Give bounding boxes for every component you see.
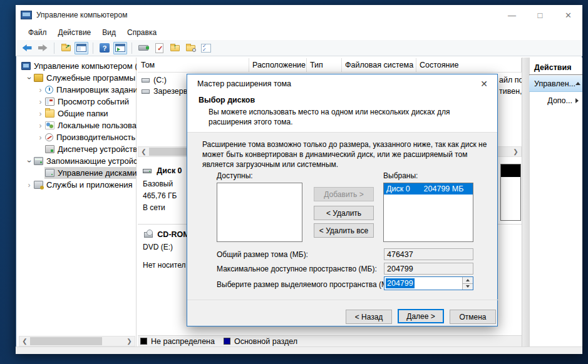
close-button[interactable]: ✕: [554, 5, 582, 25]
tree-item-device-manager[interactable]: Диспетчер устройств: [18, 143, 137, 155]
chevron-right-icon[interactable]: ›: [36, 109, 44, 118]
window-title: Управление компьютером: [36, 11, 127, 19]
action-pane-toggle-icon[interactable]: [113, 42, 127, 54]
tree-item-event-viewer[interactable]: › Просмотр событий: [18, 96, 137, 108]
menu-view[interactable]: Вид: [96, 26, 121, 39]
volume-row-reserved[interactable]: Зарезерви: [142, 86, 192, 97]
spinner-down-icon[interactable]: [463, 283, 473, 290]
chevron-right-icon[interactable]: ›: [36, 86, 44, 94]
chevron-right-icon[interactable]: ›: [36, 121, 44, 130]
available-label: Доступны:: [217, 171, 253, 180]
column-header-status[interactable]: Состояние: [416, 58, 522, 73]
toolbar-separator: [93, 43, 93, 54]
actions-group-more[interactable]: Допо...: [529, 93, 582, 108]
selected-disk-item[interactable]: Диск 0 204799 МБ: [384, 183, 473, 195]
extend-volume-wizard-dialog: Мастер расширения тома ✕ Выбор дисков Вы…: [187, 74, 498, 326]
vertical-scrollbar[interactable]: [522, 58, 529, 346]
tree-item-local-users[interactable]: › Локальные пользовате: [18, 119, 137, 131]
dialog-heading: Выбор дисков: [199, 96, 255, 104]
dialog-close-icon[interactable]: ✕: [477, 78, 491, 90]
back-button[interactable]: < Назад: [346, 310, 392, 324]
users-icon: [45, 121, 54, 129]
unallocated-color-band: [501, 164, 520, 177]
column-header-layout[interactable]: Расположение: [249, 58, 307, 73]
disk0-header[interactable]: Диск 0: [143, 166, 182, 175]
tree-item-services-apps[interactable]: › Службы и приложения: [18, 179, 137, 191]
task-scheduler-icon: [45, 86, 53, 94]
scroll-right-icon[interactable]: ❯: [510, 147, 521, 156]
tree-item-system-tools[interactable]: › Служебные программы: [18, 72, 137, 84]
console-tree-toggle-icon[interactable]: [75, 42, 88, 54]
column-header-volume[interactable]: Том: [138, 58, 249, 73]
menu-bar: Файл Действие Вид Справка: [16, 25, 582, 40]
remove-button[interactable]: < Удалить: [314, 206, 374, 220]
selected-disks-listbox[interactable]: Диск 0 204799 МБ: [383, 183, 473, 242]
forward-icon[interactable]: [36, 42, 49, 54]
size-input[interactable]: 204799: [384, 276, 473, 290]
scrollbar-thumb[interactable]: [30, 337, 102, 345]
volume-row-c[interactable]: (C:): [142, 74, 167, 86]
add-button[interactable]: Добавить >: [314, 187, 374, 201]
volume-icon: [142, 89, 150, 94]
rescan-disks-icon[interactable]: [137, 42, 150, 54]
total-size-label: Общий размер тома (МБ):: [217, 250, 308, 259]
up-folder-icon[interactable]: ↗: [59, 42, 73, 54]
max-space-label: Максимальное доступное пространство (МБ)…: [217, 265, 377, 273]
unallocated-partition-block[interactable]: [500, 164, 521, 221]
scroll-left-icon[interactable]: ❮: [138, 147, 149, 156]
cdrom-header[interactable]: CD-ROM: [144, 230, 190, 239]
dialog-titlebar[interactable]: Мастер расширения тома: [187, 74, 497, 93]
cancel-button[interactable]: Отмена: [450, 310, 496, 324]
tree-item-computer-management[interactable]: Управление компьютером (л: [18, 60, 137, 72]
cdrom-media: Нет носител: [143, 261, 185, 270]
chevron-down-icon[interactable]: ›: [25, 74, 34, 82]
maximize-button[interactable]: □: [526, 5, 554, 25]
spinner-up-icon[interactable]: [463, 277, 473, 283]
status-text-clipped: тивен,: [499, 87, 522, 96]
tree-item-task-scheduler[interactable]: › Планировщик заданий: [18, 84, 137, 96]
remove-all-button[interactable]: < Удалить все: [314, 223, 374, 238]
folder-up-icon[interactable]: ↑: [168, 42, 182, 54]
next-button[interactable]: Далее >: [398, 309, 444, 323]
dialog-separator: [187, 300, 498, 300]
chevron-down-icon[interactable]: ›: [25, 157, 34, 165]
disk-icon: [143, 169, 152, 173]
tree-item-disk-management[interactable]: Управление дисками: [18, 167, 137, 179]
menu-file[interactable]: Файл: [23, 26, 53, 39]
actions-group-disk-management[interactable]: Управлен...: [529, 76, 582, 92]
scroll-left-icon[interactable]: ❮: [19, 336, 30, 346]
available-disks-listbox[interactable]: [217, 183, 302, 242]
storage-icon: [34, 157, 43, 165]
event-viewer-icon: [45, 98, 54, 106]
minimize-button[interactable]: —: [498, 5, 526, 25]
tree-item-shared-folders[interactable]: › Общие папки: [18, 108, 137, 119]
dialog-subtitle: Вы можете использовать место на одном ил…: [209, 107, 487, 127]
check-document-icon[interactable]: [152, 42, 166, 54]
shared-folders-icon: [45, 109, 54, 118]
computer-icon: [21, 62, 31, 70]
toolbar-separator: [132, 43, 132, 54]
checklist-icon[interactable]: ✓✓: [199, 42, 213, 54]
collapse-icon[interactable]: [575, 82, 580, 85]
menu-action[interactable]: Действие: [53, 26, 97, 39]
tree-item-storage[interactable]: › Запоминающие устройст: [18, 155, 137, 167]
column-header-filesystem[interactable]: Файловая система: [342, 58, 416, 73]
dialog-title: Мастер расширения тома: [197, 79, 291, 88]
folder-search-icon[interactable]: [183, 42, 197, 54]
scroll-right-icon[interactable]: ❯: [124, 336, 135, 346]
tree-item-performance[interactable]: › Производительность: [18, 131, 137, 143]
back-icon[interactable]: [20, 42, 34, 54]
tree-horizontal-scrollbar[interactable]: ❮ ❯: [19, 336, 135, 346]
window-titlebar[interactable]: Управление компьютером — □ ✕: [16, 5, 582, 25]
cdrom-icon: [144, 232, 153, 238]
chevron-right-icon[interactable]: ›: [36, 133, 44, 142]
menu-help[interactable]: Справка: [121, 26, 162, 39]
column-header-type[interactable]: Тип: [307, 58, 342, 73]
desktop: Управление компьютером — □ ✕ Файл Действ…: [0, 0, 588, 364]
help-icon[interactable]: ?: [98, 42, 111, 54]
total-size-value: 476437: [384, 248, 473, 260]
chevron-right-icon[interactable]: ›: [36, 98, 44, 106]
chevron-right-icon[interactable]: ›: [25, 181, 33, 190]
partition-legend: Не распределена Основной раздел: [138, 335, 522, 346]
volume-icon: [142, 78, 150, 83]
